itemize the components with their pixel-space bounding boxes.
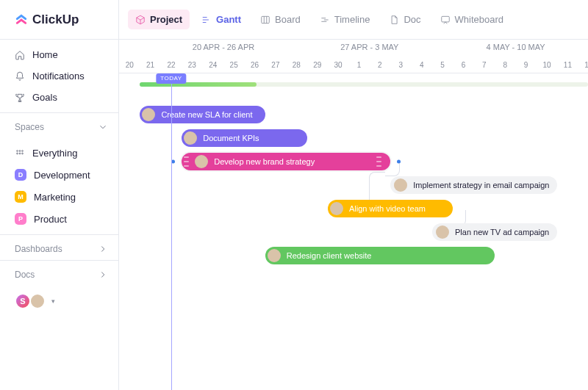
section-title: Docs: [15, 270, 35, 280]
day-column: 27: [265, 57, 286, 73]
sidebar-item-notifications[interactable]: Notifications: [0, 65, 118, 87]
avatar: [394, 178, 407, 192]
task-row: Develop new brand strategy: [119, 150, 588, 173]
whiteboard-icon: [440, 15, 451, 25]
brand-name: ClickUp: [32, 12, 79, 27]
chevron-right-icon: [98, 270, 108, 280]
day-column: 26: [244, 57, 265, 73]
day-column: 9: [515, 57, 536, 73]
avatar: [29, 293, 46, 309]
svg-rect-7: [441, 16, 449, 22]
sidebar-item-goals[interactable]: Goals: [0, 87, 118, 108]
today-badge: TODAY: [156, 73, 186, 84]
brand-logo[interactable]: ClickUp: [0, 0, 118, 40]
tab-label: Doc: [404, 14, 420, 25]
day-column: 7: [474, 57, 495, 73]
avatar: [142, 108, 155, 121]
progress-track: [140, 82, 588, 87]
dashboards-section[interactable]: Dashboards: [0, 235, 118, 260]
day-column: 28: [286, 57, 306, 73]
day-column: 6: [453, 57, 473, 73]
sidebar-item-label: Home: [32, 49, 58, 60]
day-column: 4: [411, 57, 431, 73]
tab-label: Project: [150, 14, 182, 25]
user-switcher[interactable]: S ▾: [0, 286, 118, 317]
svg-point-4: [19, 153, 21, 154]
task-pill[interactable]: Align with video team: [328, 200, 453, 217]
task-label: Create new SLA for client: [161, 110, 252, 119]
timeline-icon: [320, 15, 330, 25]
task-pill[interactable]: Plan new TV ad campaign: [432, 223, 557, 241]
avatar: [195, 155, 208, 168]
svg-point-5: [22, 153, 24, 154]
day-column: 23: [182, 57, 202, 73]
svg-point-1: [19, 150, 21, 151]
space-badge: P: [15, 213, 26, 225]
task-row: Plan new TV ad campaign: [119, 220, 588, 244]
svg-rect-6: [262, 16, 270, 23]
svg-point-0: [17, 150, 18, 151]
day-column: 24: [203, 57, 223, 73]
view-tab-timeline[interactable]: Timeline: [312, 10, 378, 29]
svg-point-2: [22, 150, 24, 151]
sidebar-item-home[interactable]: Home: [0, 44, 118, 65]
day-column: 8: [495, 57, 515, 73]
avatar: [330, 202, 343, 215]
task-pill[interactable]: Document KPIs: [182, 129, 306, 147]
chevron-right-icon: [98, 244, 108, 254]
sidebar-item-label: Goals: [32, 92, 57, 103]
date-range-label: 20 APR - 26 APR: [183, 43, 264, 51]
day-column: 12: [578, 57, 588, 73]
sidebar-item-space-development[interactable]: D Development: [0, 164, 118, 186]
tab-label: Board: [275, 14, 301, 25]
tab-label: Gantt: [216, 14, 241, 25]
day-column: 30: [328, 57, 348, 73]
drag-handle-icon[interactable]: [376, 156, 381, 167]
task-pill[interactable]: Redesign client website: [265, 247, 495, 264]
doc-icon: [389, 15, 399, 25]
task-label: Plan new TV ad campaign: [455, 228, 549, 236]
drag-handle-icon[interactable]: [184, 156, 189, 167]
task-label: Document KPIs: [203, 134, 259, 142]
day-column: 3: [390, 57, 411, 73]
spaces-list: Everything D Development M Marketing P P…: [0, 138, 118, 234]
sidebar-item-everything[interactable]: Everything: [0, 142, 118, 164]
task-pill[interactable]: Develop new brand strategy: [182, 153, 390, 170]
spaces-header[interactable]: Spaces: [0, 112, 118, 138]
box-icon: [135, 15, 146, 25]
gantt-chart[interactable]: 20 APR - 26 APR27 APR - 3 MAY4 MAY - 10 …: [119, 40, 588, 390]
docs-section[interactable]: Docs: [0, 261, 118, 286]
svg-point-3: [17, 153, 18, 154]
task-label: Implement strategy in email campaign: [413, 181, 549, 189]
day-column: 1: [348, 57, 369, 73]
sidebar-item-label: Development: [34, 170, 90, 181]
project-tab[interactable]: Project: [128, 10, 190, 29]
space-badge: D: [15, 169, 26, 181]
gantt-icon: [201, 15, 212, 25]
days-row: 2021222324252627282930123456789101112: [119, 57, 588, 73]
view-tab-whiteboard[interactable]: Whiteboard: [433, 10, 511, 29]
sidebar-item-space-product[interactable]: P Product: [0, 208, 118, 230]
topbar: Project Gantt Board Timeline Doc Whitebo…: [119, 0, 588, 40]
main: Project Gantt Board Timeline Doc Whitebo…: [119, 0, 588, 390]
sidebar-item-label: Notifications: [32, 71, 85, 82]
tasks-container: Create new SLA for clientDocument KPIsDe…: [119, 103, 588, 267]
task-label: Redesign client website: [287, 251, 372, 260]
avatar: [184, 131, 197, 145]
date-range-label: 27 APR - 3 MAY: [329, 43, 410, 51]
task-pill[interactable]: Create new SLA for client: [140, 106, 265, 123]
view-tab-board[interactable]: Board: [253, 10, 308, 29]
chevron-down-icon: [98, 122, 108, 132]
clickup-icon: [15, 12, 28, 27]
section-title: Dashboards: [15, 244, 62, 254]
task-row: Align with video team: [119, 197, 588, 220]
sidebar-item-label: Product: [34, 214, 67, 225]
task-row: Create new SLA for client: [119, 103, 588, 126]
avatar: [436, 225, 449, 239]
task-pill[interactable]: Implement strategy in email campaign: [390, 176, 557, 194]
view-tab-doc[interactable]: Doc: [381, 10, 428, 29]
sidebar-item-space-marketing[interactable]: M Marketing: [0, 186, 118, 208]
task-row: Redesign client website: [119, 244, 588, 267]
task-row: Implement strategy in email campaign: [119, 173, 588, 197]
view-tab-gantt[interactable]: Gantt: [194, 10, 248, 29]
